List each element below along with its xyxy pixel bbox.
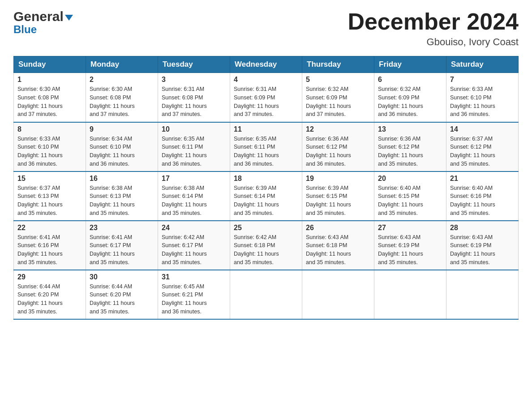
calendar-cell: [374, 270, 446, 319]
calendar-cell: 17 Sunrise: 6:38 AM Sunset: 6:14 PM Dayl…: [158, 171, 230, 221]
title-section: December 2024 Gbouiso, Ivory Coast: [348, 9, 519, 48]
calendar-week-row: 1 Sunrise: 6:30 AM Sunset: 6:08 PM Dayli…: [14, 73, 519, 122]
day-info: Sunrise: 6:38 AM Sunset: 6:14 PM Dayligh…: [162, 184, 226, 218]
day-info: Sunrise: 6:40 AM Sunset: 6:15 PM Dayligh…: [378, 184, 442, 218]
day-number: 23: [90, 224, 154, 232]
calendar-cell: 3 Sunrise: 6:31 AM Sunset: 6:08 PM Dayli…: [158, 73, 230, 122]
calendar-cell: 16 Sunrise: 6:38 AM Sunset: 6:13 PM Dayl…: [86, 171, 158, 221]
day-number: 3: [162, 76, 226, 84]
calendar-cell: 22 Sunrise: 6:41 AM Sunset: 6:16 PM Dayl…: [14, 221, 86, 270]
calendar-cell: 31 Sunrise: 6:45 AM Sunset: 6:21 PM Dayl…: [158, 270, 230, 319]
day-number: 30: [90, 273, 154, 281]
day-number: 21: [450, 175, 515, 183]
day-info: Sunrise: 6:39 AM Sunset: 6:14 PM Dayligh…: [234, 184, 298, 218]
calendar-cell: 29 Sunrise: 6:44 AM Sunset: 6:20 PM Dayl…: [14, 270, 86, 319]
weekday-header-monday: Monday: [86, 56, 158, 73]
day-info: Sunrise: 6:33 AM Sunset: 6:10 PM Dayligh…: [450, 85, 515, 119]
day-number: 9: [90, 125, 154, 133]
day-info: Sunrise: 6:41 AM Sunset: 6:17 PM Dayligh…: [90, 233, 154, 267]
day-number: 20: [378, 175, 442, 183]
day-info: Sunrise: 6:40 AM Sunset: 6:16 PM Dayligh…: [450, 184, 515, 218]
day-number: 29: [17, 273, 82, 281]
calendar-cell: 10 Sunrise: 6:35 AM Sunset: 6:11 PM Dayl…: [158, 122, 230, 171]
day-info: Sunrise: 6:30 AM Sunset: 6:08 PM Dayligh…: [90, 85, 154, 119]
calendar-cell: 7 Sunrise: 6:33 AM Sunset: 6:10 PM Dayli…: [446, 73, 519, 122]
day-number: 4: [234, 76, 298, 84]
day-number: 10: [162, 125, 226, 133]
day-number: 28: [450, 224, 515, 232]
calendar-cell: 18 Sunrise: 6:39 AM Sunset: 6:14 PM Dayl…: [230, 171, 302, 221]
day-number: 19: [306, 175, 370, 183]
day-info: Sunrise: 6:35 AM Sunset: 6:11 PM Dayligh…: [162, 135, 226, 168]
calendar-week-row: 22 Sunrise: 6:41 AM Sunset: 6:16 PM Dayl…: [14, 221, 519, 270]
day-number: 5: [306, 76, 370, 84]
day-info: Sunrise: 6:39 AM Sunset: 6:15 PM Dayligh…: [306, 184, 370, 218]
calendar-cell: 15 Sunrise: 6:37 AM Sunset: 6:13 PM Dayl…: [14, 171, 86, 221]
calendar-cell: 28 Sunrise: 6:43 AM Sunset: 6:19 PM Dayl…: [446, 221, 519, 270]
day-info: Sunrise: 6:30 AM Sunset: 6:08 PM Dayligh…: [17, 85, 82, 119]
day-info: Sunrise: 6:32 AM Sunset: 6:09 PM Dayligh…: [378, 85, 442, 119]
day-info: Sunrise: 6:42 AM Sunset: 6:17 PM Dayligh…: [162, 233, 226, 267]
calendar-cell: [230, 270, 302, 319]
logo-line1: General: [13, 9, 73, 24]
day-number: 2: [90, 76, 154, 84]
day-number: 1: [17, 76, 82, 84]
calendar-table: SundayMondayTuesdayWednesdayThursdayFrid…: [13, 56, 519, 320]
day-info: Sunrise: 6:45 AM Sunset: 6:21 PM Dayligh…: [162, 283, 226, 316]
day-number: 17: [162, 175, 226, 183]
calendar-cell: 11 Sunrise: 6:35 AM Sunset: 6:11 PM Dayl…: [230, 122, 302, 171]
day-number: 15: [17, 175, 82, 183]
calendar-cell: 13 Sunrise: 6:36 AM Sunset: 6:12 PM Dayl…: [374, 122, 446, 171]
calendar-cell: 26 Sunrise: 6:43 AM Sunset: 6:18 PM Dayl…: [302, 221, 374, 270]
location-text: Gbouiso, Ivory Coast: [348, 36, 519, 48]
day-info: Sunrise: 6:36 AM Sunset: 6:12 PM Dayligh…: [306, 135, 370, 168]
day-info: Sunrise: 6:43 AM Sunset: 6:18 PM Dayligh…: [306, 233, 370, 267]
calendar-cell: 8 Sunrise: 6:33 AM Sunset: 6:10 PM Dayli…: [14, 122, 86, 171]
day-number: 22: [17, 224, 82, 232]
day-info: Sunrise: 6:38 AM Sunset: 6:13 PM Dayligh…: [90, 184, 154, 218]
day-info: Sunrise: 6:43 AM Sunset: 6:19 PM Dayligh…: [378, 233, 442, 267]
weekday-header-tuesday: Tuesday: [158, 56, 230, 73]
day-number: 12: [306, 125, 370, 133]
day-info: Sunrise: 6:35 AM Sunset: 6:11 PM Dayligh…: [234, 135, 298, 168]
calendar-cell: 21 Sunrise: 6:40 AM Sunset: 6:16 PM Dayl…: [446, 171, 519, 221]
calendar-cell: [302, 270, 374, 319]
logo: General Blue: [13, 9, 73, 36]
weekday-header-wednesday: Wednesday: [230, 56, 302, 73]
day-info: Sunrise: 6:34 AM Sunset: 6:10 PM Dayligh…: [90, 135, 154, 168]
calendar-cell: 12 Sunrise: 6:36 AM Sunset: 6:12 PM Dayl…: [302, 122, 374, 171]
logo-arrow-icon: [65, 15, 73, 21]
day-info: Sunrise: 6:37 AM Sunset: 6:13 PM Dayligh…: [17, 184, 82, 218]
calendar-week-row: 15 Sunrise: 6:37 AM Sunset: 6:13 PM Dayl…: [14, 171, 519, 221]
logo-general-text: General: [13, 9, 64, 24]
day-info: Sunrise: 6:31 AM Sunset: 6:09 PM Dayligh…: [234, 85, 298, 119]
day-number: 6: [378, 76, 442, 84]
calendar-cell: 30 Sunrise: 6:44 AM Sunset: 6:20 PM Dayl…: [86, 270, 158, 319]
logo-blue-text: Blue: [13, 23, 37, 36]
weekday-header-row: SundayMondayTuesdayWednesdayThursdayFrid…: [14, 56, 519, 73]
day-number: 14: [450, 125, 515, 133]
calendar-cell: 24 Sunrise: 6:42 AM Sunset: 6:17 PM Dayl…: [158, 221, 230, 270]
day-info: Sunrise: 6:37 AM Sunset: 6:12 PM Dayligh…: [450, 135, 515, 168]
day-info: Sunrise: 6:44 AM Sunset: 6:20 PM Dayligh…: [90, 283, 154, 316]
calendar-week-row: 29 Sunrise: 6:44 AM Sunset: 6:20 PM Dayl…: [14, 270, 519, 319]
calendar-cell: 27 Sunrise: 6:43 AM Sunset: 6:19 PM Dayl…: [374, 221, 446, 270]
weekday-header-sunday: Sunday: [14, 56, 86, 73]
weekday-header-friday: Friday: [374, 56, 446, 73]
page-header: General Blue December 2024 Gbouiso, Ivor…: [13, 9, 519, 48]
calendar-cell: 1 Sunrise: 6:30 AM Sunset: 6:08 PM Dayli…: [14, 73, 86, 122]
month-title: December 2024: [348, 9, 519, 34]
weekday-header-thursday: Thursday: [302, 56, 374, 73]
calendar-cell: 23 Sunrise: 6:41 AM Sunset: 6:17 PM Dayl…: [86, 221, 158, 270]
day-number: 18: [234, 175, 298, 183]
day-info: Sunrise: 6:44 AM Sunset: 6:20 PM Dayligh…: [17, 283, 82, 316]
day-number: 25: [234, 224, 298, 232]
calendar-cell: [446, 270, 519, 319]
day-number: 26: [306, 224, 370, 232]
day-info: Sunrise: 6:43 AM Sunset: 6:19 PM Dayligh…: [450, 233, 515, 267]
day-number: 24: [162, 224, 226, 232]
calendar-cell: 4 Sunrise: 6:31 AM Sunset: 6:09 PM Dayli…: [230, 73, 302, 122]
calendar-cell: 5 Sunrise: 6:32 AM Sunset: 6:09 PM Dayli…: [302, 73, 374, 122]
calendar-cell: 14 Sunrise: 6:37 AM Sunset: 6:12 PM Dayl…: [446, 122, 519, 171]
day-number: 27: [378, 224, 442, 232]
